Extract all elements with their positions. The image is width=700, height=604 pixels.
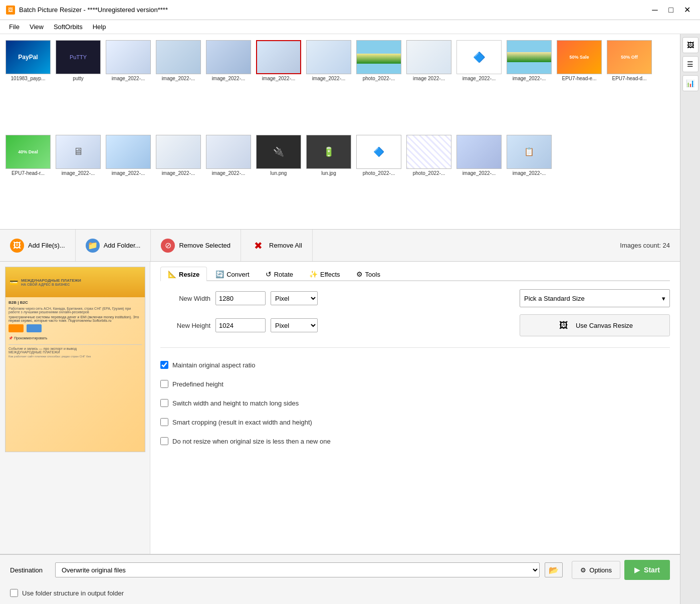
- tab-convert[interactable]: 🔄 Convert: [208, 267, 257, 281]
- remove-all-button[interactable]: ✖ Remove All: [241, 230, 313, 261]
- thumbnail: 50% Sale: [557, 40, 602, 74]
- list-item[interactable]: image_2022-...: [104, 38, 152, 131]
- new-width-input[interactable]: [215, 291, 266, 305]
- list-item[interactable]: image_2022-...: [305, 38, 353, 131]
- start-button[interactable]: ▶ Start: [624, 560, 670, 580]
- list-item[interactable]: 🔷 image_2022-...: [455, 38, 503, 131]
- thumbnail: 🔋: [306, 135, 351, 169]
- menu-view[interactable]: View: [25, 21, 49, 33]
- maximize-button[interactable]: □: [664, 3, 678, 17]
- thumbnail: 📋: [507, 135, 552, 169]
- close-button[interactable]: ✕: [680, 3, 694, 17]
- maintain-aspect-checkbox[interactable]: [160, 361, 168, 369]
- list-item[interactable]: image_2022-...: [204, 133, 253, 226]
- destination-select[interactable]: Overwrite original files Save to folder …: [55, 562, 540, 577]
- list-item[interactable]: image_2022-...: [505, 38, 553, 131]
- thumbnail: 🔷: [456, 40, 502, 74]
- minimize-button[interactable]: ─: [648, 3, 662, 17]
- list-item[interactable]: 🔋 lun.jpg: [305, 133, 353, 226]
- no-resize-checkbox[interactable]: [160, 437, 168, 445]
- predefined-height-checkbox[interactable]: [160, 380, 168, 388]
- thumbnail: [206, 40, 251, 74]
- add-files-icon: 🖼: [10, 239, 24, 253]
- bottom-bar: Destination Overwrite original files Sav…: [0, 554, 680, 604]
- thumb-label: EPU7-head-d...: [612, 76, 647, 81]
- thumb-label: lun.jpg: [321, 170, 336, 176]
- list-item[interactable]: photo_2022-...: [405, 133, 453, 226]
- thumbnail: PayPal: [6, 40, 51, 74]
- list-item[interactable]: image_2022-...: [154, 38, 202, 131]
- remove-selected-label: Remove Selected: [179, 242, 230, 249]
- window-title: Batch Picture Resizer - ****Unregistered…: [19, 6, 168, 14]
- menu-file[interactable]: File: [4, 21, 25, 33]
- folder-structure-checkbox[interactable]: [10, 589, 18, 597]
- thumb-label: image_2022-...: [262, 76, 296, 81]
- tab-tools[interactable]: ⚙ Tools: [349, 267, 388, 281]
- browse-destination-button[interactable]: 📂: [545, 562, 563, 577]
- smart-cropping-checkbox[interactable]: [160, 418, 168, 426]
- thumbnail: [156, 135, 201, 169]
- switch-wh-label[interactable]: Switch width and height to match long si…: [172, 399, 299, 407]
- list-item[interactable]: image 2022-...: [405, 38, 453, 131]
- options-button[interactable]: ⚙ Options: [572, 561, 620, 579]
- list-item[interactable]: 40% Deal EPU7-head-r...: [4, 133, 52, 226]
- list-item[interactable]: photo_2022-...: [355, 38, 403, 131]
- maintain-aspect-label[interactable]: Maintain original aspect ratio: [172, 361, 255, 369]
- thumbnail: [456, 135, 502, 169]
- remove-selected-button[interactable]: ⊘ Remove Selected: [151, 230, 241, 261]
- switch-wh-checkbox[interactable]: [160, 399, 168, 407]
- tab-resize[interactable]: 📐 Resize: [160, 267, 207, 281]
- sidebar-list-button[interactable]: ☰: [682, 56, 698, 72]
- menu-softorbits[interactable]: SoftOrbits: [49, 21, 88, 33]
- no-resize-label[interactable]: Do not resize when original size is less…: [172, 438, 331, 445]
- thumb-label: image_2022-...: [162, 170, 195, 176]
- tab-rotate[interactable]: ↺ Rotate: [258, 267, 301, 281]
- smart-cropping-row: Smart cropping (result in exact width an…: [160, 418, 670, 426]
- thumb-label: image_2022-...: [462, 76, 496, 81]
- canvas-resize-label: Use Canvas Resize: [576, 322, 633, 329]
- app-icon: 🖼: [6, 6, 15, 15]
- list-item[interactable]: PayPal 101983_payp...: [4, 38, 52, 131]
- right-sidebar: 🖼 ☰ 📊: [680, 34, 700, 604]
- list-item[interactable]: 🔷 photo_2022-...: [355, 133, 403, 226]
- resize-tab-icon: 📐: [168, 270, 176, 278]
- tab-effects-label: Effects: [320, 271, 340, 278]
- list-item[interactable]: image_2022-...: [455, 133, 503, 226]
- sidebar-grid-button[interactable]: 📊: [682, 75, 698, 91]
- list-item[interactable]: image_2022-...: [154, 133, 202, 226]
- no-resize-row: Do not resize when original size is less…: [160, 437, 670, 445]
- new-height-input[interactable]: [215, 318, 266, 332]
- tab-bar: 📐 Resize 🔄 Convert ↺ Rotate ✨ Effects: [160, 267, 670, 281]
- new-height-unit-select[interactable]: Pixel Percent Centimeter Inch: [271, 318, 318, 332]
- smart-cropping-label[interactable]: Smart cropping (result in exact width an…: [172, 419, 312, 426]
- standard-size-dropdown[interactable]: Pick a Standard Size ▾: [520, 289, 670, 307]
- folder-structure-label[interactable]: Use folder structure in output folder: [22, 589, 124, 597]
- standard-size-label: Pick a Standard Size: [524, 295, 585, 302]
- destination-label: Destination: [10, 566, 50, 574]
- add-folder-button[interactable]: 📁 Add Folder...: [76, 230, 151, 261]
- tab-effects[interactable]: ✨ Effects: [302, 267, 348, 281]
- add-folder-label: Add Folder...: [104, 242, 141, 249]
- list-item[interactable]: 🖥 image_2022-...: [54, 133, 102, 226]
- list-item[interactable]: 50% Sale EPU7-head-e...: [555, 38, 603, 131]
- thumb-label: image 2022-...: [413, 76, 445, 81]
- add-files-label: Add File(s)...: [28, 242, 65, 249]
- list-item[interactable]: 📋 image_2022-...: [505, 133, 553, 226]
- predefined-height-label[interactable]: Predefined height: [172, 380, 223, 388]
- canvas-resize-button[interactable]: 🖼 Use Canvas Resize: [520, 314, 670, 336]
- width-row: New Width Pixel Percent Centimeter Inch: [160, 291, 318, 305]
- list-item[interactable]: image_2022-...: [255, 38, 303, 131]
- add-files-button[interactable]: 🖼 Add File(s)...: [0, 230, 76, 261]
- list-item[interactable]: 50% Off EPU7-head-d...: [605, 38, 653, 131]
- sidebar-thumbnails-button[interactable]: 🖼: [682, 37, 698, 53]
- new-width-unit-select[interactable]: Pixel Percent Centimeter Inch: [271, 291, 318, 305]
- preview-panel: 💳 МЕЖДУНАРОДНЫЕ ПЛАТЕЖИ НА СВОЙ АДРЕС В …: [0, 262, 150, 554]
- list-item[interactable]: image_2022-...: [104, 133, 152, 226]
- image-gallery: PayPal 101983_payp... PuTTY putty image_…: [0, 34, 680, 230]
- list-item[interactable]: PuTTY putty: [54, 38, 102, 131]
- list-item[interactable]: 🔌 lun.png: [255, 133, 303, 226]
- menu-help[interactable]: Help: [88, 21, 111, 33]
- list-item[interactable]: image_2022-...: [204, 38, 253, 131]
- canvas-icon: 🖼: [557, 318, 571, 332]
- chevron-down-icon: ▾: [662, 295, 665, 302]
